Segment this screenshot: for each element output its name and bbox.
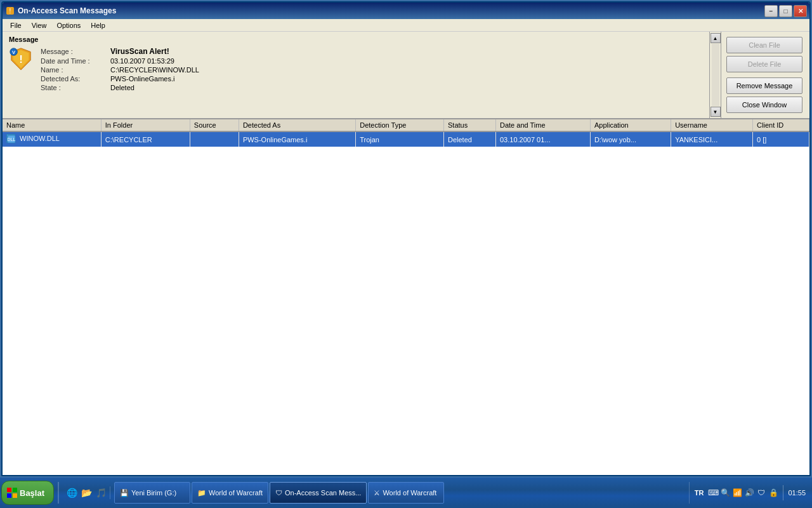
menu-file[interactable]: File <box>5 20 27 30</box>
cell-in-folder: C:\RECYCLER <box>101 131 190 147</box>
delete-file-button[interactable]: Delete File <box>726 56 802 72</box>
table-header-row: Name In Folder Source Detected As Detect… <box>3 119 809 131</box>
window-title: On-Access Scan Messages <box>18 6 764 15</box>
windows-logo-icon <box>7 488 17 498</box>
minimize-button[interactable]: − <box>764 5 778 17</box>
cell-username: YANKESICI... <box>671 131 753 147</box>
svg-text:DLL: DLL <box>8 137 16 142</box>
name-label: Name : <box>41 66 110 74</box>
scan-results-table: Name In Folder Source Detected As Detect… <box>3 119 809 147</box>
cell-date-time: 03.10.2007 01... <box>495 131 590 147</box>
svg-rect-11 <box>7 493 11 498</box>
svg-text:!: ! <box>19 53 23 65</box>
cell-application: D:\wow yob... <box>590 131 671 147</box>
tray-icon-search[interactable]: 🔍 <box>720 488 730 498</box>
message-panel: Message ! V <box>3 32 709 118</box>
tray-icon-network[interactable]: 📶 <box>732 488 742 498</box>
field-row-state: State : Deleted <box>41 84 703 91</box>
tray-icon-sound[interactable]: 🔊 <box>744 488 754 498</box>
taskbar-task-2-label: On-Access Scan Mess... <box>285 489 361 497</box>
window-close-button[interactable]: ✕ <box>794 5 807 17</box>
tray-clock: 01:55 <box>788 489 806 497</box>
start-button-label: Başlat <box>20 488 44 498</box>
language-indicator: TR <box>695 489 704 497</box>
col-header-detected-as: Detected As <box>239 119 355 131</box>
menu-options[interactable]: Options <box>51 20 86 30</box>
state-label: State : <box>41 84 110 91</box>
table-row[interactable]: DLL WINOW.DLL C:\RECYCLER PWS-OnlineGame… <box>3 131 809 147</box>
window-icon: ! <box>5 6 15 16</box>
message-label: Message : <box>41 48 110 55</box>
scroll-down-button[interactable]: ▼ <box>710 107 721 117</box>
main-content: Message ! V <box>3 32 809 475</box>
name-value: C:\RECYCLER\WINOW.DLL <box>110 66 199 74</box>
cell-source <box>190 131 239 147</box>
col-header-application: Application <box>590 119 671 131</box>
quick-launch-explorer-icon[interactable]: 📂 <box>80 486 93 499</box>
message-value: VirusScan Alert! <box>110 47 169 56</box>
menu-help[interactable]: Help <box>86 20 110 30</box>
taskbar-task-1-icon: 📁 <box>197 489 206 497</box>
field-row-detected: Detected As: PWS-OnlineGames.i <box>41 75 703 83</box>
col-header-source: Source <box>190 119 239 131</box>
close-window-button[interactable]: Close Window <box>726 97 802 113</box>
taskbar-task-1[interactable]: 📁 World of Warcraft <box>192 482 268 504</box>
file-icon: DLL <box>6 134 15 143</box>
svg-rect-9 <box>7 488 11 492</box>
date-label: Date and Time : <box>41 57 110 65</box>
table-section[interactable]: Name In Folder Source Detected As Detect… <box>3 119 809 475</box>
title-bar: ! On-Access Scan Messages − □ ✕ <box>3 3 809 19</box>
quick-launch-media-icon[interactable]: 🎵 <box>95 486 107 499</box>
tray-divider <box>783 485 783 500</box>
col-header-client-id: Client ID <box>753 119 809 131</box>
taskbar-task-2-icon: 🛡 <box>275 489 282 497</box>
tray-icon-antivirus[interactable]: 🔒 <box>768 488 778 498</box>
field-row-name: Name : C:\RECYCLER\WINOW.DLL <box>41 66 703 74</box>
tray-icon-keyboard[interactable]: ⌨ <box>708 488 718 498</box>
cell-client-id: 0 [] <box>753 131 809 147</box>
detected-label: Detected As: <box>41 75 110 83</box>
tray-icon-shield[interactable]: 🛡 <box>756 488 766 498</box>
col-header-username: Username <box>671 119 753 131</box>
message-icon-area: ! V Message : VirusScan Alert! Da <box>9 47 703 93</box>
maximize-button[interactable]: □ <box>779 5 792 17</box>
system-tray: TR ⌨ 🔍 📶 🔊 🛡 🔒 01:55 <box>689 482 811 504</box>
menu-view[interactable]: View <box>27 20 52 30</box>
taskbar-task-3[interactable]: ⚔ World of Warcraft <box>368 482 444 504</box>
taskbar-task-2[interactable]: 🛡 On-Access Scan Mess... <box>270 482 367 504</box>
taskbar-task-3-label: World of Warcraft <box>383 489 436 497</box>
quick-launch-ie-icon[interactable]: 🌐 <box>65 486 78 499</box>
detected-value: PWS-OnlineGames.i <box>110 75 174 83</box>
title-bar-buttons: − □ ✕ <box>764 5 807 17</box>
taskbar-task-0[interactable]: 💾 Yeni Birim (G:) <box>114 482 190 504</box>
message-fields: Message : VirusScan Alert! Date and Time… <box>41 47 703 93</box>
date-value: 03.10.2007 01:53:29 <box>110 57 174 65</box>
scroll-up-button[interactable]: ▲ <box>710 33 721 43</box>
cell-detection-type: Trojan <box>356 131 444 147</box>
cell-detected-as: PWS-OnlineGames.i <box>239 131 355 147</box>
clean-file-button[interactable]: Clean File <box>726 37 802 53</box>
start-button[interactable]: Başlat <box>1 481 54 505</box>
taskbar-task-3-icon: ⚔ <box>374 489 380 497</box>
remove-message-button[interactable]: Remove Message <box>726 77 802 94</box>
virusscan-shield-icon: ! V <box>9 47 33 71</box>
svg-rect-12 <box>13 493 17 498</box>
taskbar-task-0-icon: 💾 <box>120 489 129 497</box>
taskbar-tasks: 💾 Yeni Birim (G:) 📁 World of Warcraft 🛡 … <box>112 482 688 504</box>
field-row-date: Date and Time : 03.10.2007 01:53:29 <box>41 57 703 65</box>
taskbar: Başlat 🌐 📂 🎵 💾 Yeni Birim (G:) 📁 World o… <box>0 478 812 508</box>
menu-bar: File View Options Help <box>3 19 809 32</box>
top-section: Message ! V <box>3 32 809 119</box>
state-value: Deleted <box>110 84 134 91</box>
buttons-panel: Clean File Delete File Remove Message Cl… <box>721 32 809 118</box>
col-header-name: Name <box>3 119 101 131</box>
shield-icon-area: ! V <box>9 47 34 93</box>
taskbar-divider <box>58 482 59 504</box>
quick-launch: 🌐 📂 🎵 <box>63 486 110 499</box>
taskbar-task-0-label: Yeni Birim (G:) <box>131 489 176 497</box>
svg-text:!: ! <box>10 8 11 15</box>
cell-name: DLL WINOW.DLL <box>3 131 101 147</box>
col-header-status: Status <box>443 119 495 131</box>
col-header-detection-type: Detection Type <box>356 119 444 131</box>
taskbar-task-1-label: World of Warcraft <box>209 489 263 497</box>
